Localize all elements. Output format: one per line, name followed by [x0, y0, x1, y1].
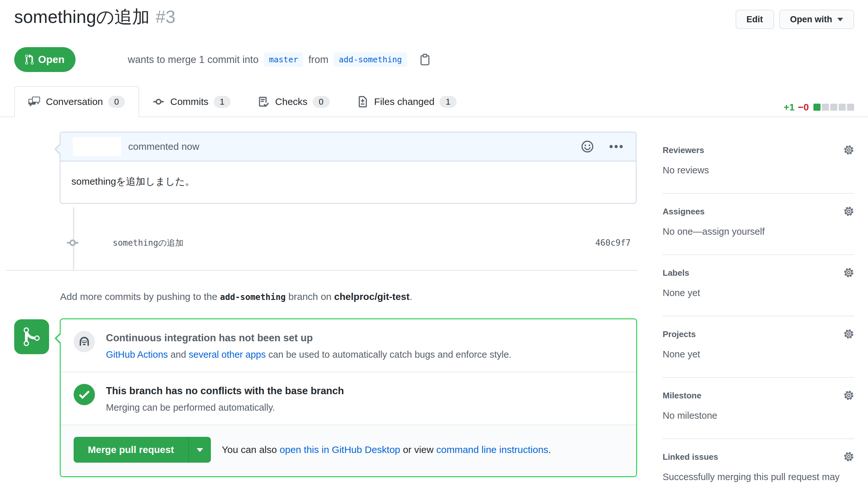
github-desktop-link[interactable]: open this in GitHub Desktop	[280, 444, 400, 455]
ci-subtitle: GitHub Actions and several other apps ca…	[106, 348, 511, 361]
merge-status-box: Continuous integration has not been set …	[60, 318, 637, 477]
base-branch-label[interactable]: master	[264, 52, 303, 67]
other-apps-link[interactable]: several other apps	[189, 349, 266, 360]
sidebar-heading[interactable]: Reviewers	[663, 145, 704, 155]
sidebar-section-projects: Projects None yet	[663, 316, 854, 378]
tab-count: 0	[108, 96, 125, 108]
diffstat-block	[813, 104, 821, 111]
gear-icon[interactable]	[844, 206, 854, 217]
sidebar-heading[interactable]: Assignees	[663, 206, 705, 217]
add-more-middle: branch on	[286, 291, 334, 302]
ci-title: Continuous integration has not been set …	[106, 331, 511, 345]
diffstat-deletions: −0	[798, 102, 809, 113]
chevron-down-icon	[197, 448, 203, 455]
ci-and: and	[168, 349, 189, 360]
github-actions-link[interactable]: GitHub Actions	[106, 349, 168, 360]
author-redacted	[73, 137, 121, 156]
check-icon	[73, 384, 95, 405]
comment-discussion-icon	[28, 96, 40, 108]
tab-count: 0	[313, 96, 330, 108]
tab-files-changed[interactable]: Files changed 1	[343, 86, 470, 117]
edit-button-label: Edit	[746, 15, 763, 24]
status-badge-label: Open	[38, 53, 65, 66]
add-more-branch: add-something	[220, 292, 286, 302]
merge-pull-request-button[interactable]: Merge pull request	[73, 437, 188, 463]
sidebar-heading-row: Projects	[663, 329, 854, 339]
open-with-label: Open with	[790, 15, 832, 24]
diffstat-block	[847, 104, 854, 111]
head-branch-label[interactable]: add-something	[334, 52, 407, 67]
discussion-sidebar: Reviewers No reviews Assignees No one—as…	[663, 145, 854, 493]
timeline-comment: commented now somethingを追加しました。	[60, 132, 636, 204]
tab-commits[interactable]: Commits 1	[139, 86, 244, 117]
comment-header-actions	[581, 139, 623, 154]
sidebar-value: No reviews	[663, 164, 854, 176]
gear-icon[interactable]	[844, 267, 854, 278]
sidebar-value: No milestone	[663, 410, 854, 421]
sidebar-value: None yet	[663, 287, 854, 299]
tab-label: Commits	[170, 96, 208, 107]
smiley-icon[interactable]	[581, 140, 594, 153]
git-commit-icon	[66, 236, 79, 249]
merge-meta-text: wants to merge 1 commit into	[128, 54, 259, 66]
gear-icon[interactable]	[844, 329, 854, 339]
sidebar-heading[interactable]: Projects	[663, 329, 696, 339]
tab-label: Conversation	[46, 96, 103, 107]
sidebar-heading-row: Labels	[663, 267, 854, 278]
also-middle: or view	[400, 444, 436, 455]
chevron-down-icon	[837, 18, 843, 24]
sidebar-value: None yet	[663, 348, 854, 360]
checklist-icon	[258, 96, 269, 108]
ci-rest: can be used to automatically catch bugs …	[266, 349, 511, 360]
tab-label: Files changed	[374, 96, 435, 107]
sidebar-section-assignees: Assignees No one—assign yourself	[663, 194, 854, 255]
sidebar-section-labels: Labels None yet	[663, 255, 854, 316]
command-line-link[interactable]: command line instructions	[436, 444, 548, 455]
copy-branch-icon[interactable]	[419, 53, 431, 66]
ci-text: Continuous integration has not been set …	[106, 331, 511, 361]
tab-conversation[interactable]: Conversation 0	[14, 86, 139, 117]
git-pull-request-icon	[25, 54, 34, 65]
sidebar-heading[interactable]: Labels	[663, 267, 689, 278]
diffstat-block	[839, 104, 846, 111]
file-diff-icon	[357, 96, 368, 108]
add-more-repo: chelproc/git-test	[334, 291, 409, 302]
sidebar-heading[interactable]: Linked issues	[663, 452, 718, 462]
comment-header: commented now	[60, 132, 636, 162]
kebab-horizontal-icon[interactable]	[609, 139, 623, 154]
sidebar-heading-row: Reviewers	[663, 145, 854, 155]
commit-message[interactable]: somethingの追加	[113, 237, 184, 249]
diffstat-additions: +1	[784, 102, 795, 113]
sidebar-heading[interactable]: Milestone	[663, 390, 701, 401]
sidebar-section-milestone: Milestone No milestone	[663, 378, 854, 439]
open-with-button[interactable]: Open with	[779, 10, 854, 29]
sidebar-heading-row: Assignees	[663, 206, 854, 217]
tabs: Conversation 0 Commits 1 Checks 0 Files …	[14, 86, 470, 117]
tab-checks[interactable]: Checks 0	[244, 86, 343, 117]
comment-meta: commented now	[128, 141, 199, 152]
tab-count: 1	[440, 96, 456, 108]
commit-sha[interactable]: 460c9f7	[595, 238, 631, 248]
sidebar-section-linked-issues: Linked issues Successfully merging this …	[663, 439, 854, 493]
header-actions: Edit Open with	[736, 10, 854, 29]
gear-icon[interactable]	[844, 451, 854, 462]
also-suffix: .	[548, 444, 551, 455]
pr-number: #3	[156, 7, 175, 27]
pr-title-text: somethingの追加	[14, 7, 150, 27]
ci-section: Continuous integration has not been set …	[61, 319, 636, 372]
state-row: Open wants to merge 1 commit into master…	[14, 47, 431, 72]
tab-count: 1	[214, 96, 231, 108]
timeline-divider	[6, 270, 637, 271]
gear-icon[interactable]	[844, 390, 854, 401]
diffstat-block	[830, 104, 837, 111]
edit-button[interactable]: Edit	[736, 10, 774, 29]
gear-icon[interactable]	[844, 145, 854, 155]
merge-options-button[interactable]	[188, 437, 211, 463]
add-more-suffix: .	[409, 291, 412, 302]
merge-action-section: Merge pull request You can also open thi…	[61, 425, 636, 476]
diffstat-block	[822, 104, 829, 111]
sidebar-value: Successfully merging this pull request m…	[663, 471, 854, 483]
sidebar-heading-row: Milestone	[663, 390, 854, 401]
git-merge-icon	[14, 319, 49, 354]
mergeability-section: This branch has no conflicts with the ba…	[61, 372, 636, 425]
